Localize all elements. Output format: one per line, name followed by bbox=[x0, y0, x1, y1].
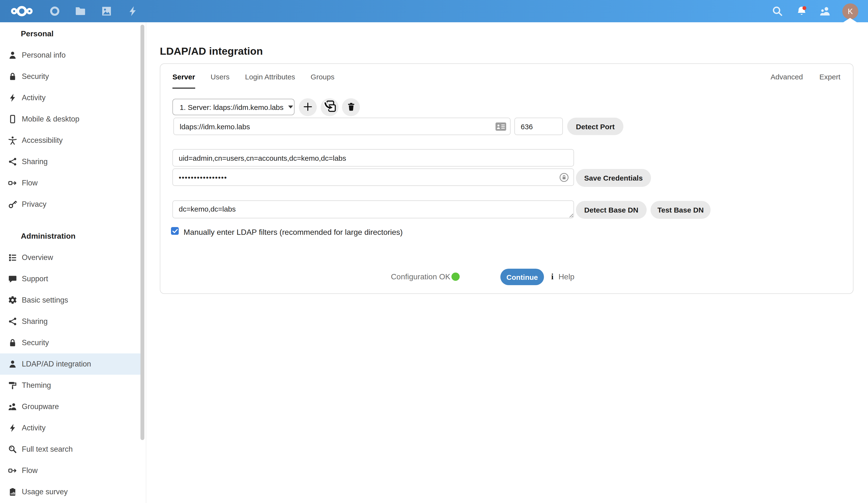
tab-server[interactable]: Server bbox=[173, 68, 195, 88]
chat-icon bbox=[8, 274, 17, 283]
manual-filters-label[interactable]: Manually enter LDAP filters (recommended… bbox=[184, 228, 403, 237]
page-title: LDAP/AD integration bbox=[160, 46, 263, 58]
user-icon bbox=[8, 51, 17, 60]
sidebar-item-theming[interactable]: Theming bbox=[0, 375, 142, 396]
sidebar-divider bbox=[146, 22, 146, 503]
sidebar-item-personal-info[interactable]: Personal info bbox=[0, 44, 142, 66]
tab-groups[interactable]: Groups bbox=[311, 68, 334, 88]
sidebar-item-label: Sharing bbox=[0, 157, 48, 166]
sidebar-item-usage-survey[interactable]: Usage survey bbox=[0, 481, 142, 503]
help-link[interactable]: Help bbox=[558, 273, 575, 281]
ldap-password-input[interactable] bbox=[173, 168, 574, 186]
copy-config-icon bbox=[323, 100, 336, 115]
plus-icon bbox=[303, 102, 312, 113]
files-app-icon[interactable] bbox=[75, 6, 86, 17]
server-config-selected-value: 1. Server: ldaps://idm.kemo.labs bbox=[173, 103, 283, 111]
settings-pointer bbox=[843, 18, 857, 22]
sidebar-item-label: Activity bbox=[0, 93, 45, 102]
nextcloud-logo-icon[interactable] bbox=[11, 4, 33, 18]
delete-server-button[interactable] bbox=[342, 98, 360, 116]
photos-app-icon[interactable] bbox=[101, 6, 112, 17]
base-dn-textarea[interactable]: dc=kemo,dc=labs bbox=[173, 200, 574, 218]
sidebar-item-security[interactable]: Security bbox=[0, 66, 142, 87]
sidebar-item-support[interactable]: Support bbox=[0, 268, 142, 290]
info-icon: i bbox=[551, 272, 554, 282]
key-icon bbox=[8, 200, 17, 209]
sidebar-item-groupware[interactable]: Groupware bbox=[0, 396, 142, 417]
sidebar-item-flow[interactable]: Flow bbox=[0, 172, 142, 193]
bolt-icon bbox=[8, 93, 17, 102]
notifications-bell-icon[interactable] bbox=[796, 6, 807, 17]
status-ok-dot bbox=[452, 273, 460, 281]
ldap-port-input[interactable] bbox=[514, 118, 563, 135]
sidebar-item-label: Sharing bbox=[0, 317, 48, 326]
ldap-host-input[interactable] bbox=[173, 118, 510, 135]
paint-roller-icon bbox=[8, 381, 17, 390]
sidebar-item-full-text-search[interactable]: Full text search bbox=[0, 439, 142, 460]
bolt-icon bbox=[8, 423, 17, 432]
sidebar-item-sharing[interactable]: Sharing bbox=[0, 151, 142, 172]
ldap-settings-panel: Server Users Login Attributes Groups Adv… bbox=[160, 63, 854, 294]
topbar: K bbox=[0, 0, 868, 22]
mode-links: Advanced Expert bbox=[771, 68, 840, 86]
chevron-down-icon bbox=[288, 106, 293, 108]
contacts-icon[interactable] bbox=[819, 6, 830, 17]
sidebar-item-label: Privacy bbox=[0, 200, 46, 209]
sidebar-item-sharing[interactable]: Sharing bbox=[0, 311, 142, 332]
tab-bar: Server Users Login Attributes Groups bbox=[173, 68, 334, 88]
sidebar-item-overview[interactable]: Overview bbox=[0, 247, 142, 268]
sidebar-item-privacy[interactable]: Privacy bbox=[0, 193, 142, 215]
dashboard-app-icon[interactable] bbox=[49, 6, 60, 17]
sidebar-item-activity[interactable]: Activity bbox=[0, 417, 142, 439]
sidebar-section-personal: Personal bbox=[0, 23, 162, 44]
list-icon bbox=[8, 253, 17, 262]
sidebar-item-flow[interactable]: Flow bbox=[0, 460, 142, 481]
advanced-link[interactable]: Advanced bbox=[771, 68, 803, 86]
phone-icon bbox=[8, 115, 17, 124]
test-base-dn-button[interactable]: Test Base DN bbox=[651, 201, 711, 219]
sidebar-scrollbar[interactable] bbox=[141, 25, 144, 440]
share-icon bbox=[8, 157, 17, 166]
ldap-user-dn-input[interactable] bbox=[173, 149, 574, 167]
activity-app-icon[interactable] bbox=[127, 6, 138, 17]
sidebar-item-security[interactable]: Security bbox=[0, 332, 142, 353]
detect-base-dn-button[interactable]: Detect Base DN bbox=[576, 201, 647, 219]
clipboard-chart-icon bbox=[8, 488, 17, 496]
sidebar-item-label: Theming bbox=[0, 381, 51, 390]
accessibility-icon bbox=[8, 136, 17, 145]
sidebar-item-activity[interactable]: Activity bbox=[0, 87, 142, 108]
sidebar-item-ldap-ad-integration[interactable]: LDAP/AD integration bbox=[0, 353, 142, 375]
user-icon bbox=[8, 360, 17, 368]
nextcloud-settings-page: K PersonalPersonal infoSecurityActivityM… bbox=[0, 0, 868, 503]
sidebar-item-label: Overview bbox=[0, 253, 53, 262]
search-plus-icon bbox=[8, 445, 17, 454]
gear-icon bbox=[8, 296, 17, 304]
user-avatar[interactable]: K bbox=[842, 3, 858, 19]
share-icon bbox=[8, 317, 17, 326]
check-icon bbox=[172, 229, 177, 233]
sidebar-item-label: Support bbox=[0, 274, 48, 283]
sidebar-item-mobile-desktop[interactable]: Mobile & desktop bbox=[0, 108, 142, 130]
sidebar-item-label: Security bbox=[0, 72, 49, 81]
save-credentials-button[interactable]: Save Credentials bbox=[576, 169, 651, 187]
flow-icon bbox=[8, 466, 17, 475]
configuration-status: Configuration OK bbox=[391, 273, 450, 281]
sidebar-item-basic-settings[interactable]: Basic settings bbox=[0, 290, 142, 311]
group-icon bbox=[8, 402, 17, 411]
settings-sidebar: PersonalPersonal infoSecurityActivityMob… bbox=[0, 22, 145, 503]
copy-server-config-button[interactable] bbox=[321, 98, 339, 116]
add-server-button[interactable] bbox=[299, 98, 317, 116]
sidebar-item-label: Activity bbox=[0, 423, 45, 432]
expert-link[interactable]: Expert bbox=[819, 68, 840, 86]
tab-login-attributes[interactable]: Login Attributes bbox=[245, 68, 295, 88]
trash-icon bbox=[347, 102, 355, 113]
sidebar-item-label: Security bbox=[0, 338, 49, 347]
detect-port-button[interactable]: Detect Port bbox=[567, 118, 623, 135]
tab-users[interactable]: Users bbox=[210, 68, 229, 88]
lock-icon bbox=[8, 338, 17, 347]
search-icon[interactable] bbox=[772, 6, 783, 17]
server-config-select[interactable]: 1. Server: ldaps://idm.kemo.labs bbox=[173, 99, 294, 115]
continue-button[interactable]: Continue bbox=[500, 269, 544, 285]
manual-filters-checkbox[interactable] bbox=[171, 227, 179, 235]
sidebar-item-accessibility[interactable]: Accessibility bbox=[0, 130, 142, 151]
